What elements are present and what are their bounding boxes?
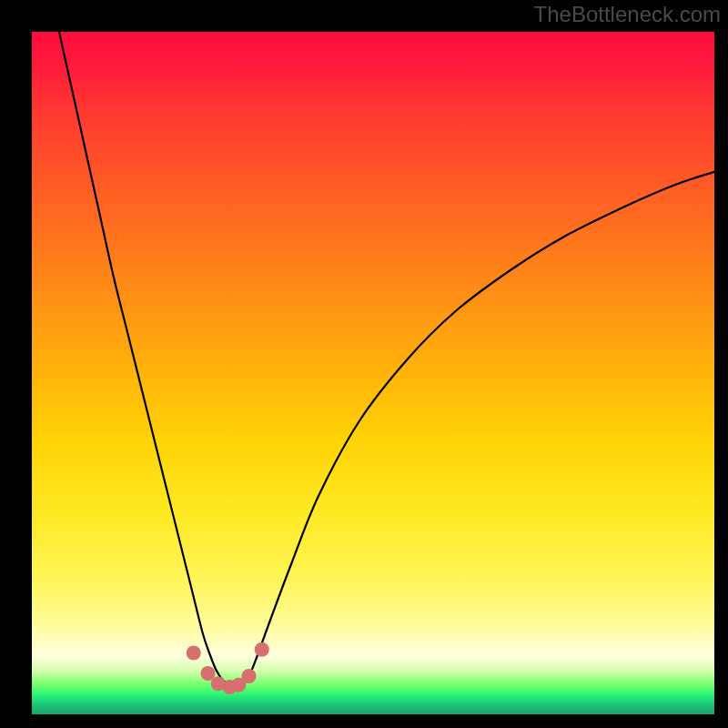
bottleneck-curve-svg [32, 32, 714, 714]
curve-marker [231, 678, 246, 693]
bottleneck-curve [59, 32, 714, 687]
curve-marker [187, 646, 201, 661]
curve-markers [187, 642, 269, 694]
chart-frame: TheBottleneck.com [0, 0, 728, 728]
curve-marker [201, 666, 216, 681]
curve-marker [242, 669, 257, 683]
curve-marker [223, 680, 238, 694]
plot-area [32, 32, 714, 714]
watermark-label: TheBottleneck.com [534, 2, 721, 27]
curve-marker [211, 676, 226, 691]
curve-marker [255, 642, 269, 657]
